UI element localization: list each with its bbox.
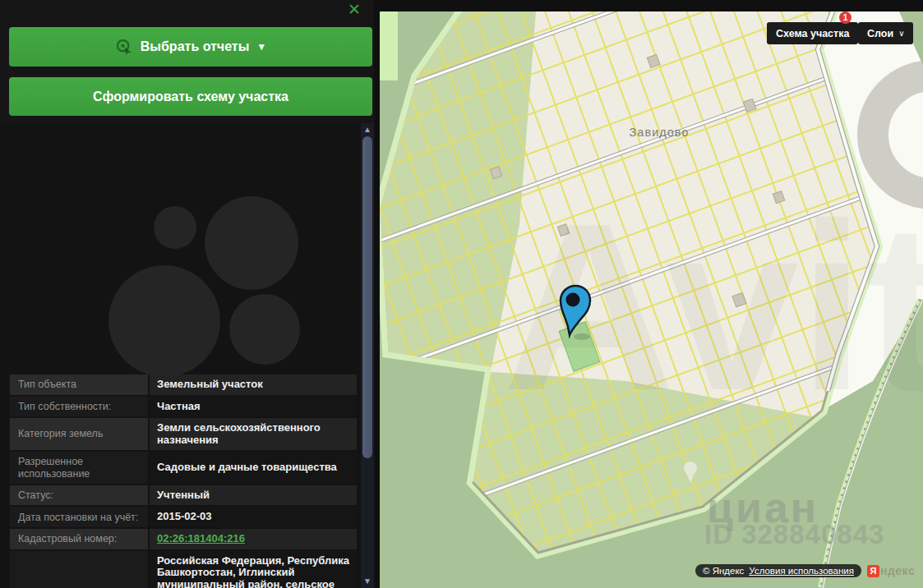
property-table: Тип объектаЗемельный участокТип собствен… bbox=[10, 374, 357, 588]
notification-badge: 1 bbox=[839, 11, 851, 24]
yandex-logo: Я ндекс bbox=[867, 564, 915, 577]
select-reports-button[interactable]: Выбрать отчеты ▼ bbox=[9, 27, 372, 67]
field-label: Адрес bbox=[10, 551, 148, 588]
field-value: Частная bbox=[150, 397, 357, 417]
field-label: Категория земель bbox=[10, 418, 148, 450]
target-cursor-icon bbox=[115, 38, 133, 56]
dropdown-caret-icon: ▼ bbox=[256, 41, 266, 53]
field-row: Тип объектаЗемельный участок bbox=[10, 374, 357, 395]
property-panel: ✕ Выбрать отчеты ▼ Сформировать схему уч… bbox=[0, 0, 374, 588]
field-value: Земли сельскохозяйственного назначения bbox=[150, 418, 357, 450]
scroll-down-icon[interactable]: ▼ bbox=[361, 576, 374, 587]
avito-watermark-circle bbox=[154, 206, 196, 249]
field-row: Категория земельЗемли сельскохозяйственн… bbox=[10, 418, 357, 450]
field-row: Разрешенное использованиеСадовые и дачны… bbox=[10, 452, 357, 484]
terms-of-use-link[interactable]: Условия использования bbox=[749, 566, 854, 576]
avito-watermark-circle bbox=[205, 196, 298, 290]
field-value: Учтенный bbox=[150, 485, 357, 506]
field-label: Тип объекта bbox=[10, 374, 148, 395]
close-icon[interactable]: ✕ bbox=[345, 1, 363, 19]
field-row: Кадастровый номер:02:26:181404:216 bbox=[10, 529, 357, 549]
map-attribution: © ЯндексУсловия использования Я ндекс bbox=[695, 564, 915, 577]
yandex-logo-rest: ндекс bbox=[880, 564, 915, 577]
scroll-up-icon[interactable]: ▲ bbox=[361, 124, 374, 136]
field-label: Разрешенное использование bbox=[10, 452, 148, 484]
place-label: Завидово bbox=[630, 126, 690, 139]
scheme-tab-button[interactable]: Схема участка bbox=[767, 22, 858, 44]
field-value: Садовые и дачные товарищества bbox=[150, 452, 357, 484]
field-label: Статус: bbox=[10, 485, 148, 506]
chevron-down-icon: ∨ bbox=[898, 29, 904, 38]
layers-label: Слои bbox=[867, 28, 893, 39]
yandex-logo-initial: Я bbox=[867, 565, 879, 577]
field-row: Тип собственности:Частная bbox=[10, 397, 357, 417]
field-value: 2015-02-03 bbox=[150, 507, 357, 527]
field-row: АдресРоссийская Федерация, Республика Ба… bbox=[10, 551, 357, 588]
panel-scroll-area: Тип объектаЗемельный участокТип собствен… bbox=[0, 123, 361, 588]
field-value: Земельный участок bbox=[150, 374, 357, 395]
avito-watermark-circle bbox=[229, 294, 300, 365]
map-canvas[interactable]: Avito Завидово циан ID 328840843 bbox=[380, 11, 923, 588]
field-value: Российская Федерация, Республика Башкорт… bbox=[150, 551, 357, 588]
field-label: Дата постановки на учёт: bbox=[10, 507, 148, 527]
light-green-patch bbox=[380, 11, 398, 80]
panel-scrollbar[interactable]: ▲ ▼ bbox=[361, 123, 374, 588]
select-reports-label: Выбрать отчеты bbox=[141, 39, 250, 54]
field-row: Статус:Учтенный bbox=[10, 485, 357, 506]
cadastral-viewer: ✕ Выбрать отчеты ▼ Сформировать схему уч… bbox=[0, 0, 923, 588]
avito-watermark-circle bbox=[108, 265, 220, 377]
scrollbar-thumb[interactable] bbox=[362, 136, 372, 458]
field-label: Кадастровый номер: bbox=[10, 529, 148, 549]
generate-scheme-label: Сформировать схему участка bbox=[93, 90, 288, 104]
listing-id-watermark: ID 328840843 bbox=[704, 519, 884, 549]
field-label: Тип собственности: bbox=[10, 397, 148, 417]
layers-button[interactable]: Слои ∨ bbox=[858, 22, 913, 44]
generate-scheme-button[interactable]: Сформировать схему участка bbox=[9, 77, 372, 116]
field-row: Дата постановки на учёт:2015-02-03 bbox=[10, 507, 357, 527]
copyright-text: © Яндекс bbox=[703, 566, 744, 576]
scheme-tab-label: Схема участка bbox=[776, 28, 849, 39]
cadastral-number-link[interactable]: 02:26:181404:216 bbox=[150, 529, 357, 549]
